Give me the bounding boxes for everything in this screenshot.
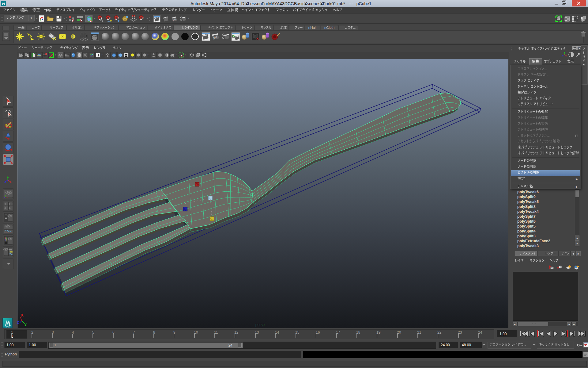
svg-text:X: X — [21, 313, 24, 317]
svg-text:Y: Y — [24, 323, 27, 327]
svg-text:persp: persp — [255, 323, 265, 327]
svg-text:Z: Z — [17, 320, 19, 325]
svg-text:MAYA: MAYA — [6, 326, 10, 328]
